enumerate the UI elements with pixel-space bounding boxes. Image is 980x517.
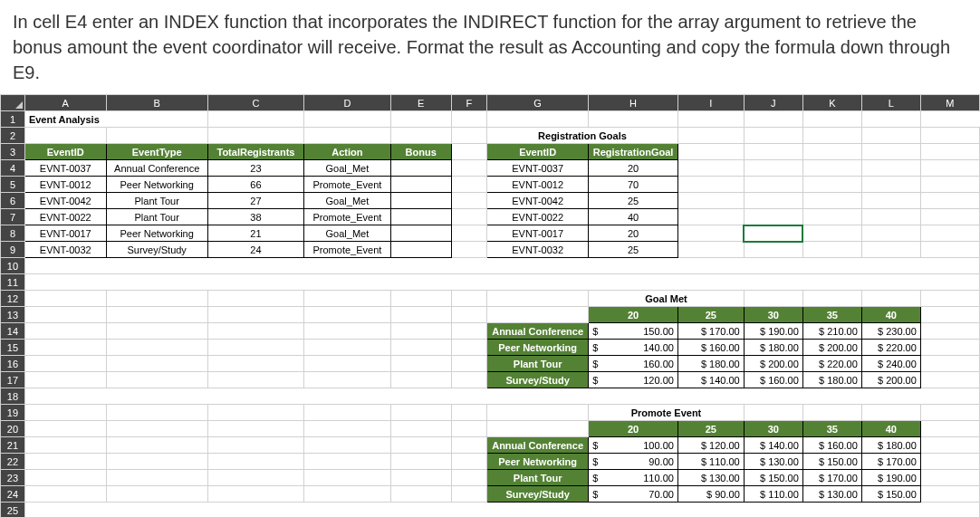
cell[interactable] xyxy=(106,307,207,323)
cell[interactable] xyxy=(24,486,106,503)
cell[interactable] xyxy=(802,111,861,128)
cell[interactable] xyxy=(861,242,920,258)
col-header[interactable]: C xyxy=(207,95,304,111)
cell[interactable]: $ 140.00 xyxy=(677,372,744,388)
cell[interactable] xyxy=(451,421,486,437)
cell[interactable] xyxy=(24,503,979,518)
cell[interactable] xyxy=(24,437,106,454)
cell[interactable] xyxy=(304,356,390,372)
cell[interactable] xyxy=(744,209,802,225)
cell[interactable] xyxy=(390,193,451,209)
cell[interactable] xyxy=(207,111,304,128)
cell[interactable] xyxy=(390,486,451,503)
cell[interactable] xyxy=(920,470,979,486)
cell[interactable] xyxy=(920,323,979,340)
cell[interactable]: $ 170.00 xyxy=(802,470,861,486)
cell[interactable] xyxy=(677,160,744,177)
cell[interactable] xyxy=(802,177,861,193)
cell[interactable] xyxy=(451,437,486,454)
cell[interactable]: 23 xyxy=(207,160,304,177)
hdr-reg-eventid[interactable]: EventID xyxy=(487,144,589,160)
cell[interactable]: EVNT-0037 xyxy=(487,160,589,177)
cell[interactable] xyxy=(106,437,207,454)
cell[interactable] xyxy=(106,454,207,470)
cell[interactable] xyxy=(390,291,451,307)
cell[interactable]: $160.00 xyxy=(589,356,678,372)
cell[interactable] xyxy=(861,193,920,209)
col-header[interactable]: A xyxy=(24,95,106,111)
cell[interactable] xyxy=(487,307,589,323)
cell[interactable]: $ 120.00 xyxy=(677,437,744,454)
tier-hdr[interactable]: 40 xyxy=(861,421,920,437)
cell[interactable] xyxy=(390,307,451,323)
cell[interactable] xyxy=(106,128,207,144)
cell[interactable] xyxy=(207,340,304,356)
cell[interactable]: $ 240.00 xyxy=(861,356,920,372)
cell[interactable] xyxy=(24,372,106,388)
cell[interactable]: $150.00 xyxy=(589,323,678,340)
cat-hdr[interactable]: Peer Networking xyxy=(487,340,589,356)
cell[interactable] xyxy=(861,291,920,307)
col-header[interactable]: G xyxy=(487,95,589,111)
cell[interactable]: $ 160.00 xyxy=(802,437,861,454)
row-header[interactable]: 16 xyxy=(1,356,25,372)
cell[interactable] xyxy=(920,128,979,144)
cell[interactable]: $ 180.00 xyxy=(744,340,802,356)
cell[interactable]: EVNT-0042 xyxy=(487,193,589,209)
cell[interactable]: $ 140.00 xyxy=(744,437,802,454)
cell[interactable] xyxy=(451,242,486,258)
col-header[interactable]: H xyxy=(589,95,678,111)
row-header[interactable]: 22 xyxy=(1,454,25,470)
cell-e4[interactable] xyxy=(390,160,451,177)
cell[interactable] xyxy=(920,405,979,421)
cell[interactable] xyxy=(861,111,920,128)
cell[interactable] xyxy=(24,323,106,340)
cell[interactable]: 66 xyxy=(207,177,304,193)
cell[interactable] xyxy=(451,356,486,372)
cell[interactable] xyxy=(207,356,304,372)
cell[interactable]: $ 130.00 xyxy=(744,454,802,470)
cell[interactable] xyxy=(207,372,304,388)
cell[interactable] xyxy=(802,160,861,177)
cell[interactable] xyxy=(207,307,304,323)
cell[interactable] xyxy=(304,437,390,454)
cell[interactable] xyxy=(744,111,802,128)
cell[interactable]: 25 xyxy=(589,193,678,209)
hdr-bonus[interactable]: Bonus xyxy=(390,144,451,160)
cell[interactable] xyxy=(24,470,106,486)
cell[interactable] xyxy=(451,193,486,209)
cell[interactable]: Peer Networking xyxy=(106,177,207,193)
cell[interactable]: Goal_Met xyxy=(304,225,390,242)
tier-hdr[interactable]: 35 xyxy=(802,307,861,323)
cell[interactable]: 70 xyxy=(589,177,678,193)
cell[interactable]: $ 150.00 xyxy=(802,454,861,470)
tier-hdr[interactable]: 30 xyxy=(744,307,802,323)
cell[interactable] xyxy=(744,291,802,307)
cell[interactable] xyxy=(304,307,390,323)
cell[interactable]: Promote_Event xyxy=(304,177,390,193)
cell[interactable] xyxy=(24,405,106,421)
col-header[interactable]: L xyxy=(861,95,920,111)
row-header[interactable]: 17 xyxy=(1,372,25,388)
select-all-corner[interactable] xyxy=(1,95,25,111)
cell[interactable] xyxy=(451,291,486,307)
cell[interactable]: $ 190.00 xyxy=(861,470,920,486)
cell[interactable]: EVNT-0022 xyxy=(24,209,106,225)
tier-hdr[interactable]: 40 xyxy=(861,307,920,323)
cell[interactable] xyxy=(24,128,106,144)
cell[interactable] xyxy=(106,470,207,486)
cell[interactable] xyxy=(744,242,802,258)
row-header[interactable]: 4 xyxy=(1,160,25,177)
row-header[interactable]: 6 xyxy=(1,193,25,209)
cat-hdr[interactable]: Plant Tour xyxy=(487,470,589,486)
cell[interactable]: $ 210.00 xyxy=(802,323,861,340)
cell[interactable] xyxy=(920,421,979,437)
cell[interactable] xyxy=(920,144,979,160)
cell[interactable] xyxy=(390,405,451,421)
cell[interactable] xyxy=(744,160,802,177)
cell[interactable] xyxy=(207,437,304,454)
col-header[interactable]: K xyxy=(802,95,861,111)
cell[interactable]: 20 xyxy=(589,225,678,242)
cat-hdr[interactable]: Annual Conference xyxy=(487,437,589,454)
cell[interactable]: 25 xyxy=(589,242,678,258)
